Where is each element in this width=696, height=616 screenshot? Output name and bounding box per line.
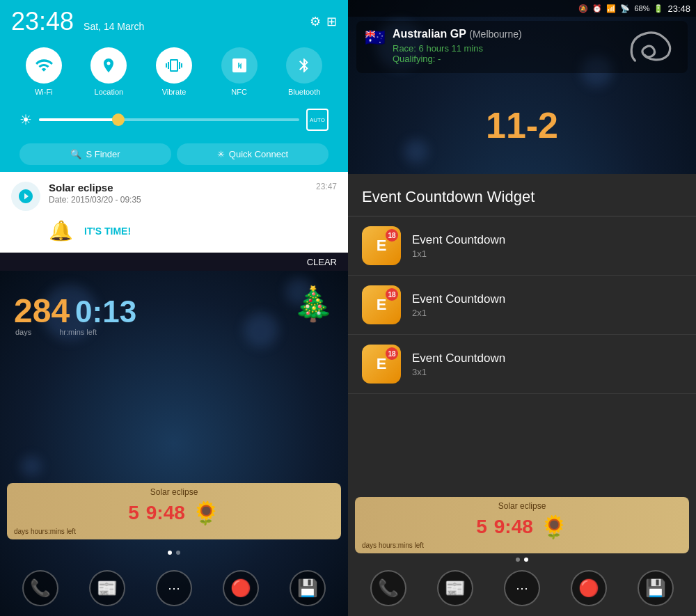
dock-chrome-right[interactable]: 🔴 [571, 570, 607, 606]
widget-name-1x1: Event Countdown [412, 233, 682, 247]
battery-text: 68% [634, 4, 649, 13]
widget-text-3x1: Event Countdown 3x1 [412, 352, 682, 377]
solar-widget-right[interactable]: Solar eclipse 5 9:48 🌻 days hours:mins l… [355, 497, 689, 553]
widget-size-1x1: 1x1 [412, 248, 682, 259]
gp-info: Australian GP (Melbourne) Race: 6 hours … [393, 28, 617, 64]
right-status-bar: 🔕 ⏰ 📶 📡 68% 🔋 23:48 [348, 0, 696, 17]
widget-name-2x1: Event Countdown [412, 292, 682, 306]
left-date: Sat, 14 March [84, 21, 144, 36]
gp-race: Race: 6 hours 11 mins [393, 43, 617, 54]
dock-right: 📞 📰 ⋯ 🔴 💾 [348, 560, 696, 616]
score-display: 11-2 [486, 104, 558, 146]
widget-option-2x1[interactable]: E 18 Event Countdown 2x1 [348, 276, 696, 335]
nfc-icon [221, 47, 258, 84]
settings-icon[interactable]: ⚙ [310, 14, 321, 29]
solar-widget-time-right: 5 9:48 🌻 [362, 514, 682, 540]
sunflower-icon-right: 🌻 [540, 514, 568, 540]
chrome-icon-right: 🔴 [578, 578, 599, 598]
toggle-vibrate[interactable]: Vibrate [156, 47, 192, 96]
widget-option-1x1[interactable]: E 18 Event Countdown 1x1 [348, 216, 696, 276]
notification-action-row: 🔔 IT'S TIME! [11, 219, 337, 242]
timer-widget: 284 0:13 [14, 292, 136, 330]
dock-apps-left[interactable]: ⋯ [156, 570, 192, 606]
vibrate-label: Vibrate [162, 88, 187, 96]
bluetooth-label: Bluetooth [288, 88, 320, 96]
timer-days-label: days [15, 328, 31, 336]
auto-button[interactable]: AUTO [306, 109, 329, 131]
notification-app-icon [11, 182, 40, 211]
widget-icon-text: E [377, 237, 387, 255]
location-icon [90, 47, 127, 84]
widget-icon-text-3: E [377, 355, 387, 373]
widget-option-3x1[interactable]: E 18 Event Countdown 3x1 [348, 335, 696, 394]
bokeh-2 [244, 313, 278, 347]
solar-widget-left[interactable]: Solar eclipse 5 9:48 🌻 days hours:mins l… [7, 483, 341, 539]
dock-contacts-right[interactable]: 📰 [437, 570, 473, 606]
page-dots-left [168, 551, 180, 555]
solar-widget-title-right: Solar eclipse [362, 501, 682, 511]
home-screen-left: 284 0:13 days hr:mins left 🎄 Solar eclip… [0, 271, 348, 616]
files-icon-right: 💾 [645, 578, 666, 598]
widget-picker: Event Countdown Widget E 18 Event Countd… [348, 174, 696, 616]
dock-chrome-left[interactable]: 🔴 [223, 570, 259, 606]
widget-text-1x1: Event Countdown 1x1 [412, 233, 682, 259]
gp-title-row: Australian GP (Melbourne) [393, 28, 617, 40]
timer-time: 0:13 [75, 294, 136, 329]
notification-time: 23:47 [316, 182, 337, 191]
solar-widget-time-left: 5 9:48 🌻 [14, 500, 334, 526]
toggle-bluetooth[interactable]: Bluetooth [286, 47, 322, 96]
widget-badge-1x1: 18 [386, 229, 398, 242]
solar-labels-left: days hours:mins left [14, 528, 334, 535]
widget-icon-2x1: E 18 [362, 285, 401, 324]
solar-days-right: 5 [476, 516, 487, 538]
widget-badge-3x1: 18 [386, 347, 398, 360]
solar-widget-right-container: Solar eclipse 5 9:48 🌻 days hours:mins l… [355, 497, 689, 553]
christmas-tree-icon: 🎄 [292, 285, 334, 324]
widget-picker-title: Event Countdown Widget [348, 174, 696, 216]
notification-content: Solar eclipse Date: 2015/03/20 - 09:35 [49, 182, 308, 205]
left-status-bar: 23:48 Sat, 14 March ⚙ ⊞ [11, 7, 337, 36]
gp-widget[interactable]: 🇦🇺 Australian GP (Melbourne) Race: 6 hou… [356, 21, 688, 73]
brightness-slider[interactable] [39, 118, 299, 121]
s-finder-icon: 🔍 [70, 149, 81, 159]
brightness-row: ☀ AUTO [11, 103, 337, 139]
toggle-location[interactable]: Location [90, 47, 127, 96]
dock-files-right[interactable]: 💾 [638, 570, 674, 606]
widget-icon-3x1: E 18 [362, 345, 401, 384]
dock-phone-left[interactable]: 📞 [22, 570, 58, 606]
gp-qualifying: Qualifying: - [393, 54, 617, 64]
widget-size-2x1: 2x1 [412, 308, 682, 318]
dock-phone-right[interactable]: 📞 [370, 570, 406, 606]
solar-widget-title-left: Solar eclipse [14, 487, 334, 497]
dock-apps-right[interactable]: ⋯ [504, 570, 540, 606]
right-time: 23:48 [667, 3, 690, 14]
widget-badge-2x1: 18 [386, 288, 398, 301]
toggle-wifi[interactable]: Wi-Fi [26, 47, 62, 96]
solar-clock-right: 9:48 [494, 516, 533, 538]
gp-location: (Melbourne) [469, 29, 521, 40]
grid-icon[interactable]: ⊞ [326, 14, 337, 29]
toggle-nfc[interactable]: NFC [221, 47, 258, 96]
widget-name-3x1: Event Countdown [412, 352, 682, 365]
quick-connect-button[interactable]: ✳ Quick Connect [177, 143, 329, 165]
widget-text-2x1: Event Countdown 2x1 [412, 292, 682, 318]
clear-button-container: CLEAR [0, 253, 348, 271]
notification-subtitle: Date: 2015/03/20 - 09:35 [49, 195, 308, 205]
wifi-label: Wi-Fi [35, 88, 53, 96]
notification-title: Solar eclipse [49, 182, 308, 194]
notification-header: Solar eclipse Date: 2015/03/20 - 09:35 2… [11, 182, 337, 211]
contacts-icon-right: 📰 [445, 578, 466, 598]
nfc-label: NFC [231, 88, 247, 96]
widget-size-3x1: 3x1 [412, 367, 682, 377]
s-finder-button[interactable]: 🔍 S Finder [19, 143, 171, 165]
gp-name: Australian GP [393, 28, 466, 40]
quick-connect-label: Quick Connect [229, 149, 288, 159]
quick-toggle-row: Wi-Fi Location Vibrate [11, 40, 337, 103]
dock-contacts-left[interactable]: 📰 [89, 570, 125, 606]
clear-button[interactable]: CLEAR [307, 257, 337, 267]
dock-files-left[interactable]: 💾 [290, 570, 326, 606]
timer-labels: days hr:mins left [15, 328, 97, 336]
shortcuts-row: 🔍 S Finder ✳ Quick Connect [11, 139, 337, 172]
brightness-thumb [112, 113, 125, 126]
notification-action[interactable]: IT'S TIME! [84, 226, 131, 237]
